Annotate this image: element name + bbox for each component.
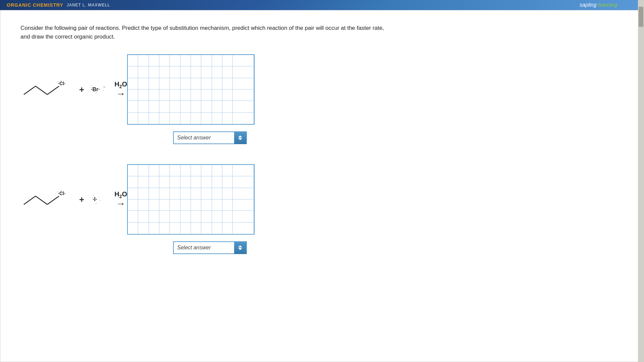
grid-cell	[180, 55, 191, 66]
grid-cell	[212, 89, 222, 101]
svg-text:··: ··	[95, 201, 97, 205]
reaction-formula-1: ·Ċl· ·· ·· + ·Br· ·· ·· ··	[20, 76, 127, 103]
grid-cell	[222, 165, 233, 176]
grid-cell	[244, 176, 254, 188]
grid-cell	[222, 211, 233, 222]
grid-cell	[191, 223, 201, 234]
page-header: ORGANIC CHEMISTRY JANET L. MAXWELL sapli…	[0, 0, 644, 10]
select-answer-button-2[interactable]	[234, 241, 246, 254]
select-answer-dropdown-1[interactable]: Select answer	[173, 131, 247, 144]
grid-cell	[191, 165, 201, 176]
reaction-formula-2: ·Ċl· ·· ·· + ·I· ·· ·· ·· ··	[20, 186, 127, 213]
grid-cell	[149, 165, 159, 176]
select-answer-placeholder-1: Select answer	[174, 135, 234, 141]
grid-cell	[128, 223, 138, 234]
grid-cell	[128, 55, 138, 66]
bromide-reagent-1: ·Br· ·· ·· ·· ·· –	[89, 79, 109, 100]
grid-cell	[191, 211, 201, 222]
grid-cell	[159, 113, 170, 124]
grid-cell	[191, 55, 201, 66]
grid-cell	[191, 66, 201, 78]
grid-cell	[128, 199, 138, 211]
grid-cell	[212, 165, 222, 176]
grid-cell	[170, 113, 180, 124]
grid-cell	[222, 55, 233, 66]
grid-cell	[201, 165, 212, 176]
grid-cell	[244, 55, 254, 66]
svg-text:··: ··	[64, 82, 66, 86]
grid-cell	[138, 89, 149, 101]
grid-cell	[233, 223, 243, 234]
bromide-svg-1: ·Br· ·· ·· ·· ·· –	[89, 79, 109, 100]
reaction-section-2: ·Ċl· ·· ·· + ·I· ·· ·· ·· ··	[20, 164, 624, 254]
grid-cell	[180, 211, 191, 222]
grid-cell	[222, 188, 233, 199]
grid-cell	[191, 78, 201, 89]
grid-cell	[201, 188, 212, 199]
h2o-label-1: H2O	[114, 80, 127, 89]
grid-cell	[138, 55, 149, 66]
svg-text:··: ··	[99, 198, 101, 202]
grid-cell	[244, 188, 254, 199]
grid-cell	[212, 199, 222, 211]
grid-cell	[201, 223, 212, 234]
reaction-row-2: ·Ċl· ·· ·· + ·I· ·· ·· ·· ··	[20, 164, 624, 235]
grid-cell	[244, 78, 254, 89]
grid-cell	[128, 66, 138, 78]
grid-cell	[138, 66, 149, 78]
grid-cell	[128, 165, 138, 176]
scrollbar-thumb[interactable]	[639, 7, 643, 27]
grid-cell	[159, 55, 170, 66]
grid-cell	[212, 211, 222, 222]
grid-cell	[233, 188, 243, 199]
svg-line-13	[36, 196, 47, 204]
grid-cell	[222, 101, 233, 112]
main-content: Consider the following pair of reactions…	[0, 10, 644, 362]
drawing-grid-2[interactable]: (function() { const grid = document.curr…	[127, 164, 255, 235]
grid-cell	[191, 188, 201, 199]
course-title: ORGANIC CHEMISTRY	[7, 2, 63, 8]
grid-cell	[233, 199, 243, 211]
grid-cell	[138, 199, 149, 211]
grid-cell	[222, 223, 233, 234]
grid-cell	[149, 211, 159, 222]
grid-cell	[233, 113, 243, 124]
svg-text:··: ··	[95, 91, 97, 94]
grid-cell	[233, 78, 243, 89]
grid-cell	[149, 55, 159, 66]
svg-line-14	[47, 196, 59, 204]
grid-cell	[201, 66, 212, 78]
grid-cell	[180, 78, 191, 89]
drawing-grid-1[interactable]: (function() { const grid = document.curr…	[127, 54, 255, 125]
svg-line-2	[47, 86, 59, 95]
grid-cell	[138, 176, 149, 188]
grid-cell	[244, 89, 254, 101]
select-answer-button-1[interactable]	[234, 131, 246, 144]
sapling-logo: sapling learning	[580, 2, 617, 8]
h2o-label-2: H2O	[114, 190, 127, 199]
grid-cell	[233, 165, 243, 176]
grid-cell	[159, 223, 170, 234]
grid-cell	[170, 211, 180, 222]
grid-cell	[233, 89, 243, 101]
scrollbar[interactable]	[638, 0, 644, 362]
grid-cell	[180, 113, 191, 124]
grid-cell	[159, 188, 170, 199]
grid-cell	[201, 113, 212, 124]
grid-cell	[149, 78, 159, 89]
grid-cell	[149, 101, 159, 112]
grid-cell	[159, 211, 170, 222]
chevron-up-icon-1	[238, 135, 242, 137]
select-answer-dropdown-2[interactable]: Select answer	[173, 241, 247, 254]
grid-cell	[159, 165, 170, 176]
select-answer-placeholder-2: Select answer	[174, 245, 234, 251]
grid-cell	[180, 101, 191, 112]
reaction-section-1: ·Ċl· ·· ·· + ·Br· ·· ·· ··	[20, 54, 624, 144]
grid-cell	[233, 66, 243, 78]
grid-cell	[128, 101, 138, 112]
grid-cell	[159, 176, 170, 188]
grid-cell	[128, 176, 138, 188]
grid-cell	[138, 223, 149, 234]
grid-cell	[159, 199, 170, 211]
grid-cell	[244, 66, 254, 78]
